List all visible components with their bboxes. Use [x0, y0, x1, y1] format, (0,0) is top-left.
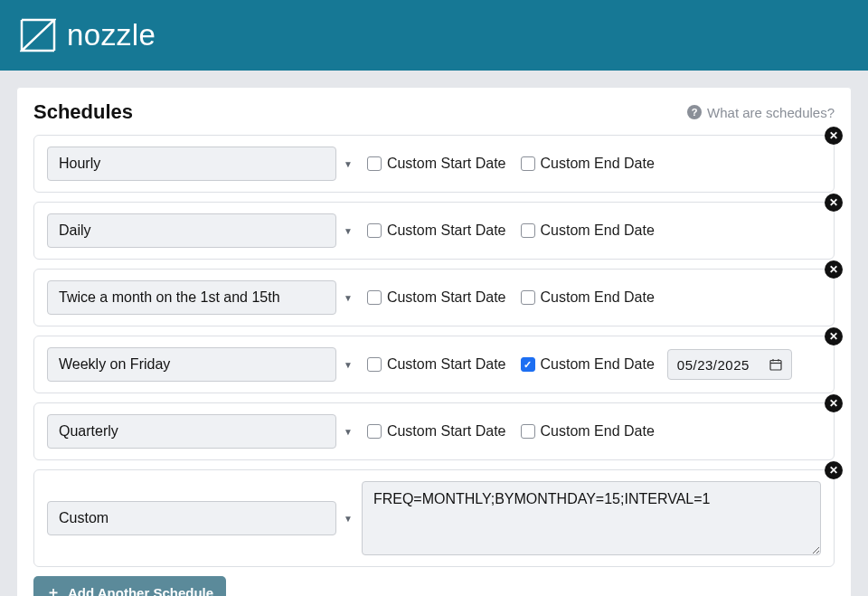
custom-start-label: Custom Start Date: [387, 356, 506, 373]
schedule-type-value: Twice a month on the 1st and 15th: [59, 289, 280, 306]
custom-end-checkbox[interactable]: Custom End Date: [521, 222, 655, 239]
schedule-row: ✕ Quarterly ▼ Custom Start Date Custom E…: [33, 402, 835, 460]
schedule-row: ✕ Hourly ▼ Custom Start Date Custom End …: [33, 135, 835, 193]
custom-start-label: Custom Start Date: [387, 222, 506, 239]
checkbox-icon: [521, 424, 535, 439]
add-schedule-label: Add Another Schedule: [68, 585, 213, 597]
checkbox-icon: [367, 290, 382, 305]
remove-schedule-button[interactable]: ✕: [825, 461, 843, 479]
schedule-type-select[interactable]: Weekly on Friday: [47, 347, 336, 382]
schedule-row: ✕ Custom ▼: [33, 469, 835, 567]
panel-header: Schedules ? What are schedules?: [33, 100, 835, 124]
schedules-panel: Schedules ? What are schedules? ✕ Hourly…: [16, 87, 852, 596]
custom-start-checkbox[interactable]: Custom Start Date: [367, 222, 506, 239]
help-text: What are schedules?: [707, 105, 835, 120]
custom-end-label: Custom End Date: [541, 356, 655, 373]
checkbox-icon: [367, 424, 382, 439]
custom-start-checkbox[interactable]: Custom Start Date: [367, 423, 506, 440]
schedule-type-value: Daily: [59, 222, 91, 239]
checkbox-icon: [367, 357, 382, 372]
custom-start-label: Custom Start Date: [387, 423, 506, 440]
custom-end-label: Custom End Date: [541, 423, 655, 440]
custom-start-checkbox[interactable]: Custom Start Date: [367, 156, 506, 172]
schedule-row: ✕ Weekly on Friday ▼ Custom Start Date ✓…: [33, 336, 835, 393]
custom-start-label: Custom Start Date: [387, 156, 506, 172]
schedule-type-select[interactable]: Quarterly: [47, 414, 336, 449]
remove-schedule-button[interactable]: ✕: [825, 260, 843, 279]
plus-icon: ＋: [46, 583, 61, 597]
rrule-input[interactable]: [362, 481, 821, 555]
custom-start-checkbox[interactable]: Custom Start Date: [367, 356, 506, 373]
custom-end-checkbox[interactable]: ✓ Custom End Date: [521, 356, 655, 373]
schedule-type-select[interactable]: Hourly: [47, 147, 336, 181]
schedule-type-select[interactable]: Custom: [47, 501, 336, 535]
chevron-down-icon[interactable]: ▼: [344, 159, 353, 169]
remove-schedule-button[interactable]: ✕: [825, 327, 843, 345]
checkbox-icon: [521, 223, 535, 238]
schedule-type-value: Custom: [59, 510, 108, 526]
custom-start-checkbox[interactable]: Custom Start Date: [367, 289, 506, 306]
end-date-input[interactable]: 05/23/2025: [667, 349, 792, 380]
chevron-down-icon[interactable]: ▼: [344, 293, 353, 303]
custom-end-label: Custom End Date: [541, 289, 655, 306]
schedule-type-select[interactable]: Daily: [47, 213, 336, 248]
custom-end-checkbox[interactable]: Custom End Date: [521, 156, 655, 172]
custom-end-label: Custom End Date: [541, 156, 655, 172]
custom-end-checkbox[interactable]: Custom End Date: [521, 423, 655, 440]
add-schedule-button[interactable]: ＋ Add Another Schedule: [33, 576, 226, 596]
schedule-type-value: Weekly on Friday: [59, 356, 170, 373]
schedule-row: ✕ Twice a month on the 1st and 15th ▼ Cu…: [33, 269, 835, 326]
schedule-type-value: Quarterly: [59, 423, 118, 440]
question-icon: ?: [687, 105, 702, 119]
panel-title: Schedules: [33, 100, 133, 124]
help-link[interactable]: ? What are schedules?: [687, 105, 835, 120]
chevron-down-icon[interactable]: ▼: [344, 514, 353, 524]
end-date-value: 05/23/2025: [677, 357, 750, 373]
custom-start-label: Custom Start Date: [387, 289, 506, 306]
chevron-down-icon[interactable]: ▼: [344, 360, 353, 370]
checkbox-icon: [367, 156, 382, 171]
chevron-down-icon[interactable]: ▼: [344, 427, 353, 437]
checkbox-icon: [521, 290, 535, 305]
remove-schedule-button[interactable]: ✕: [825, 194, 843, 212]
schedule-row: ✕ Daily ▼ Custom Start Date Custom End D…: [33, 202, 835, 260]
schedule-type-value: Hourly: [59, 156, 100, 172]
custom-end-checkbox[interactable]: Custom End Date: [521, 289, 655, 306]
checkbox-icon: [367, 223, 382, 238]
nozzle-icon: [20, 18, 56, 52]
checkbox-icon: [521, 156, 535, 171]
remove-schedule-button[interactable]: ✕: [825, 394, 843, 412]
svg-rect-0: [770, 361, 781, 371]
chevron-down-icon[interactable]: ▼: [344, 226, 353, 236]
checkbox-checked-icon: ✓: [521, 357, 535, 372]
custom-end-label: Custom End Date: [541, 222, 655, 239]
remove-schedule-button[interactable]: ✕: [825, 127, 843, 145]
brand-logo: nozzle: [20, 18, 156, 52]
brand-name: nozzle: [67, 18, 156, 52]
calendar-icon: [769, 358, 782, 371]
app-header: nozzle: [0, 0, 868, 71]
schedule-type-select[interactable]: Twice a month on the 1st and 15th: [47, 280, 336, 315]
